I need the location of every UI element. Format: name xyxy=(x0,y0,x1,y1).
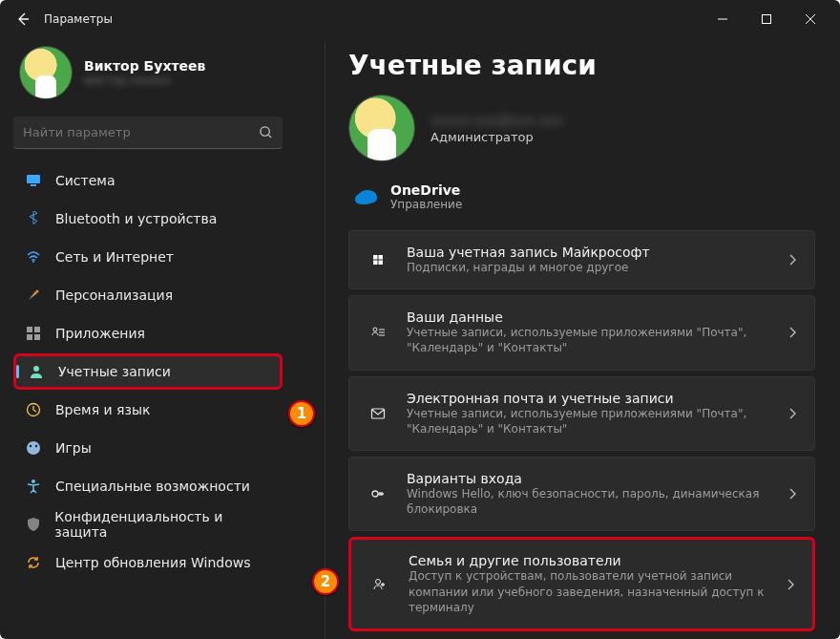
key-icon xyxy=(370,486,386,501)
sidebar-item-label: Сеть и Интернет xyxy=(55,249,174,265)
card-subtitle: Учетные записи, используемые приложениям… xyxy=(407,406,770,437)
nav-icon xyxy=(25,287,42,304)
ms-icon xyxy=(370,252,386,267)
app-title: Параметры xyxy=(44,12,113,26)
card-icon xyxy=(367,325,389,340)
svg-point-22 xyxy=(372,491,378,497)
account-header: ххххх.ххх@ххх.ххх Администратор xyxy=(348,95,815,161)
sidebar-item-wifi[interactable]: Сеть и Интернет xyxy=(13,239,283,275)
chevron-right-icon xyxy=(788,253,797,266)
sidebar-item-label: Bluetooth и устройства xyxy=(55,211,217,226)
game-icon xyxy=(26,440,41,456)
svg-rect-2 xyxy=(27,175,40,183)
search-box[interactable] xyxy=(13,117,283,149)
sidebar-item-update[interactable]: Центр обновления Windows xyxy=(13,544,283,581)
bluetooth-icon xyxy=(26,211,41,226)
close-button[interactable] xyxy=(788,4,832,34)
nav-icon xyxy=(25,478,42,495)
back-button[interactable] xyxy=(8,4,38,34)
account-email: ххххх.ххх@ххх.ххх xyxy=(430,113,563,128)
card-subtitle: Подписки, награды и многое другое xyxy=(407,260,770,275)
svg-rect-0 xyxy=(763,15,771,24)
sidebar-item-brush[interactable]: Персонализация xyxy=(13,277,283,313)
svg-rect-7 xyxy=(34,327,40,332)
minimize-button[interactable] xyxy=(701,4,745,34)
sidebar-item-accessibility[interactable]: Специальные возможности xyxy=(13,468,283,504)
settings-card-data[interactable]: Ваши данные Учетные записи, используемые… xyxy=(348,295,815,370)
chevron-right-icon xyxy=(788,487,797,501)
svg-point-10 xyxy=(33,366,39,372)
accessibility-icon xyxy=(26,479,41,494)
nav-icon xyxy=(25,325,42,342)
settings-card-family[interactable]: Семья и другие пользователи Доступ к уст… xyxy=(348,537,815,631)
card-icon xyxy=(367,486,389,501)
svg-rect-16 xyxy=(373,255,378,260)
nav-icon xyxy=(25,516,41,533)
settings-card-ms[interactable]: Ваша учетная запись Майкрософт Подписки,… xyxy=(348,230,815,289)
svg-point-23 xyxy=(376,579,381,584)
avatar xyxy=(19,46,73,99)
arrow-left-icon xyxy=(15,11,31,27)
nav-icon xyxy=(25,401,42,418)
nav-icon xyxy=(25,172,42,189)
sidebar-item-label: Игры xyxy=(55,440,92,456)
maximize-button[interactable] xyxy=(745,4,788,34)
card-title: Семья и другие пользователи xyxy=(409,553,768,568)
avatar-large xyxy=(348,95,415,161)
card-subtitle: Доступ к устройствам, пользователи учетн… xyxy=(409,568,768,615)
svg-point-12 xyxy=(27,441,40,455)
search-icon xyxy=(259,125,273,139)
onedrive-row[interactable]: OneDrive Управление xyxy=(348,179,815,230)
svg-point-13 xyxy=(30,445,32,447)
svg-point-14 xyxy=(35,445,37,447)
svg-rect-17 xyxy=(379,255,384,260)
sidebar-item-clock[interactable]: Время и язык xyxy=(13,392,283,428)
sidebar-item-label: Учетные записи xyxy=(58,364,171,379)
sidebar-item-game[interactable]: Игры xyxy=(13,430,283,466)
sidebar-item-label: Конфиденциальность и защита xyxy=(54,509,271,540)
card-title: Ваша учетная запись Майкрософт xyxy=(407,245,770,260)
sidebar-profile[interactable]: Виктор Бухтеев виктор.хххххх xyxy=(13,38,283,117)
sidebar-item-monitor[interactable]: Система xyxy=(13,162,283,199)
annotation-badge-1: 1 xyxy=(288,400,315,427)
onedrive-sub: Управление xyxy=(390,198,462,211)
update-icon xyxy=(26,555,41,570)
nav-icon xyxy=(25,210,42,227)
sidebar-item-label: Приложения xyxy=(55,326,145,341)
chevron-right-icon xyxy=(788,326,797,339)
account-role: Администратор xyxy=(430,130,563,144)
card-title: Электронная почта и учетные записи xyxy=(407,391,770,406)
person-icon xyxy=(29,364,44,379)
maximize-icon xyxy=(762,14,771,24)
sidebar-item-apps[interactable]: Приложения xyxy=(13,315,283,351)
sidebar: Виктор Бухтеев виктор.хххххх СистемаBlue… xyxy=(0,38,296,639)
sidebar-item-person[interactable]: Учетные записи xyxy=(13,353,283,390)
family-icon xyxy=(372,577,388,592)
card-subtitle: Учетные записи, используемые приложениям… xyxy=(407,325,770,355)
svg-rect-3 xyxy=(31,184,36,186)
search-input[interactable] xyxy=(23,125,259,139)
svg-rect-6 xyxy=(27,327,32,332)
svg-rect-19 xyxy=(379,261,384,266)
titlebar: Параметры xyxy=(0,0,840,38)
card-icon xyxy=(367,406,389,421)
page-title: Учетные записи xyxy=(348,50,815,81)
mail-icon xyxy=(370,406,386,421)
sidebar-item-shield[interactable]: Конфиденциальность и защита xyxy=(13,506,283,543)
onedrive-icon xyxy=(358,190,377,203)
card-icon xyxy=(368,577,391,592)
sidebar-item-bluetooth[interactable]: Bluetooth и устройства xyxy=(13,201,283,237)
chevron-right-icon xyxy=(786,578,795,591)
nav-icon xyxy=(25,248,42,266)
sidebar-item-label: Центр обновления Windows xyxy=(55,555,250,570)
nav-list: СистемаBluetooth и устройстваСеть и Инте… xyxy=(13,162,283,581)
svg-point-4 xyxy=(32,261,34,263)
settings-card-key[interactable]: Варианты входа Windows Hello, ключ безоп… xyxy=(348,457,815,531)
sidebar-item-label: Время и язык xyxy=(55,402,150,417)
svg-rect-8 xyxy=(27,334,32,340)
clock-icon xyxy=(26,402,41,417)
onedrive-title: OneDrive xyxy=(390,182,462,198)
sidebar-item-label: Специальные возможности xyxy=(55,479,250,494)
settings-card-mail[interactable]: Электронная почта и учетные записи Учетн… xyxy=(348,376,815,451)
svg-rect-9 xyxy=(34,334,40,340)
